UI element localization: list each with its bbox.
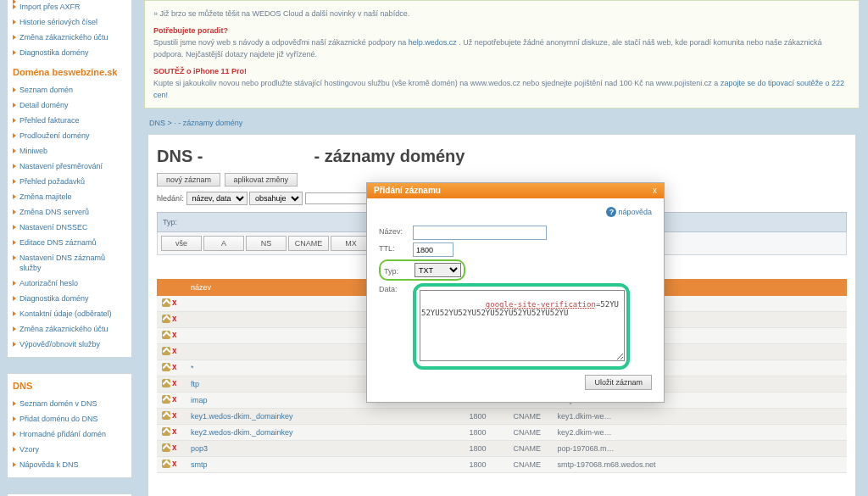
edit-icon[interactable] — [162, 395, 170, 404]
label-data: Data: — [379, 283, 413, 370]
sidebar-item[interactable]: Nastavení DNS záznamů služby — [8, 250, 131, 276]
save-record-button[interactable]: Uložit záznam — [585, 375, 652, 390]
record-name-link[interactable]: key2.wedos-dkim._domainkey — [191, 428, 293, 437]
sidebar-item[interactable]: Změna zákaznického účtu — [8, 321, 131, 337]
highlight-data: google-site-verification=52YU52YU52YU52Y… — [413, 283, 630, 370]
notice-box: » Již brzo se můžete těšit na WEDOS Clou… — [144, 0, 860, 109]
sidebar-item[interactable]: Hromadné přidání domén — [8, 426, 131, 442]
sidebar: Import přes AXFRHistorie sériových čísel… — [7, 0, 132, 496]
record-ttl: 1800 — [465, 457, 509, 473]
delete-icon[interactable]: x — [172, 443, 181, 452]
help-icon: ? — [606, 207, 616, 217]
sidebar-item[interactable]: Přidat doménu do DNS — [8, 411, 131, 426]
record-type-select[interactable]: AAAAACNAMEMXNSTXTSRV — [415, 263, 461, 277]
sidebar-item[interactable]: Seznam domén — [8, 82, 131, 98]
sidebar-item[interactable]: Vzory — [8, 442, 131, 457]
apply-changes-button[interactable]: aplikovat změny — [225, 173, 298, 187]
sidebar-item[interactable]: Přehled požadavků — [8, 174, 131, 189]
label-typ: Typ: — [384, 265, 411, 276]
sidebar-item[interactable]: Nápověda k DNS — [8, 457, 131, 472]
sidebar-item[interactable]: Diagnostika domény — [8, 291, 131, 306]
record-data: pop-197068.m… — [553, 441, 821, 457]
modal-titlebar[interactable]: Přidání záznamu x — [367, 183, 664, 198]
sidebar-block-dns: DNS Seznam domén v DNSPřidat doménu do D… — [7, 373, 132, 478]
sidebar-item[interactable]: Import přes AXFR — [8, 0, 131, 14]
sidebar-item[interactable]: Detail domény — [8, 98, 131, 113]
edit-icon[interactable] — [162, 427, 170, 436]
record-name-link[interactable]: imap — [191, 396, 208, 404]
sidebar-item[interactable]: Historie sériových čísel — [8, 14, 131, 30]
record-data: key2.dkim-we… — [553, 425, 821, 441]
type-filter-a[interactable]: A — [203, 236, 244, 251]
record-ttl: 1800 — [465, 409, 509, 425]
delete-icon[interactable]: x — [172, 298, 181, 307]
sidebar-item[interactable]: Změna majitele — [8, 189, 131, 204]
record-data: smtp-197068.m68.wedos.net — [553, 457, 821, 473]
record-name-link[interactable]: * — [191, 364, 194, 372]
notice-body-contest: Kupte si jakoukoliv novou nebo prodlužte… — [153, 77, 850, 101]
edit-icon[interactable] — [162, 443, 170, 452]
sidebar-item[interactable]: Miniweb — [8, 143, 131, 159]
record-ttl: 1800 — [465, 425, 509, 441]
edit-icon[interactable] — [162, 298, 170, 307]
delete-icon[interactable]: x — [172, 395, 181, 404]
label-ttl: TTL: — [379, 242, 413, 253]
sidebar-item[interactable]: Výpověď/obnovit služby — [8, 337, 131, 352]
type-filter-ns[interactable]: NS — [246, 236, 287, 251]
page-title: DNS - - záznamy domény — [157, 147, 847, 166]
edit-icon[interactable] — [162, 363, 170, 371]
sidebar-item[interactable]: Diagnostika domény — [8, 45, 131, 60]
edit-icon[interactable] — [162, 411, 170, 420]
edit-icon[interactable] — [162, 331, 170, 339]
search-column-select[interactable]: název, data — [186, 192, 248, 205]
record-data-input[interactable] — [420, 290, 625, 361]
label-name: Název: — [379, 226, 413, 236]
delete-icon[interactable]: x — [172, 379, 181, 387]
modal-help-link[interactable]: ?nápověda — [606, 208, 652, 216]
type-filter-cname[interactable]: CNAME — [288, 236, 329, 251]
edit-icon[interactable] — [162, 460, 170, 468]
breadcrumb-dns[interactable]: DNS — [149, 119, 165, 127]
sidebar-item[interactable]: Autorizační heslo — [8, 276, 131, 291]
help-link[interactable]: help.wedos.cz — [409, 38, 457, 47]
table-row: xpop31800CNAMEpop-197068.m… — [157, 441, 847, 457]
sidebar-item[interactable]: Prodloužení domény — [8, 128, 131, 143]
type-filter-vše[interactable]: vše — [161, 236, 202, 251]
sidebar-item[interactable]: Nastavení DNSSEC — [8, 220, 131, 235]
record-type: CNAME — [509, 457, 553, 473]
edit-icon[interactable] — [162, 315, 170, 323]
sidebar-item[interactable]: Editace DNS záznamů — [8, 235, 131, 250]
table-row: xkey1.wedos-dkim._domainkey1800CNAMEkey1… — [157, 409, 847, 425]
edit-icon[interactable] — [162, 379, 170, 387]
notice-head-contest: SOUTĚŽ o iPhone 11 Pro! — [153, 65, 850, 77]
delete-icon[interactable]: x — [172, 427, 181, 436]
record-type: CNAME — [509, 409, 553, 425]
notice-head-help: Potřebujete poradit? — [153, 25, 850, 36]
record-name-link[interactable]: pop3 — [191, 444, 208, 453]
sidebar-item[interactable]: Změna zákaznického účtu — [8, 30, 131, 45]
sidebar-item[interactable]: Přehled fakturace — [8, 113, 131, 128]
sidebar-item[interactable]: Seznam domén v DNS — [8, 396, 131, 411]
sidebar-item[interactable]: Změna DNS serverů — [8, 204, 131, 220]
delete-icon[interactable]: x — [172, 347, 181, 355]
record-name-link[interactable]: ftp — [191, 380, 199, 388]
sidebar-item[interactable]: Kontaktní údaje (odběratel) — [8, 306, 131, 321]
edit-icon[interactable] — [162, 347, 170, 355]
record-name-link[interactable]: smtp — [191, 460, 208, 469]
delete-icon[interactable]: x — [172, 363, 181, 371]
record-name-input[interactable] — [413, 226, 547, 240]
search-op-select[interactable]: obsahuje — [249, 192, 303, 205]
delete-icon[interactable]: x — [172, 460, 181, 468]
delete-icon[interactable]: x — [172, 315, 181, 323]
record-ttl-input[interactable] — [413, 242, 453, 257]
delete-icon[interactable]: x — [172, 331, 181, 339]
type-label: Typ: — [163, 218, 177, 226]
record-name-link[interactable]: key1.wedos-dkim._domainkey — [191, 412, 293, 421]
close-icon[interactable]: x — [653, 183, 657, 198]
sidebar-item[interactable]: Nastavení přesměrování — [8, 159, 131, 174]
breadcrumb: DNS > · - záznamy domény — [149, 119, 854, 127]
new-record-button[interactable]: nový záznam — [157, 173, 220, 187]
type-filter-mx[interactable]: MX — [331, 236, 371, 251]
delete-icon[interactable]: x — [172, 411, 181, 420]
highlight-type: Typ: AAAAACNAMEMXNSTXTSRV — [379, 259, 465, 281]
